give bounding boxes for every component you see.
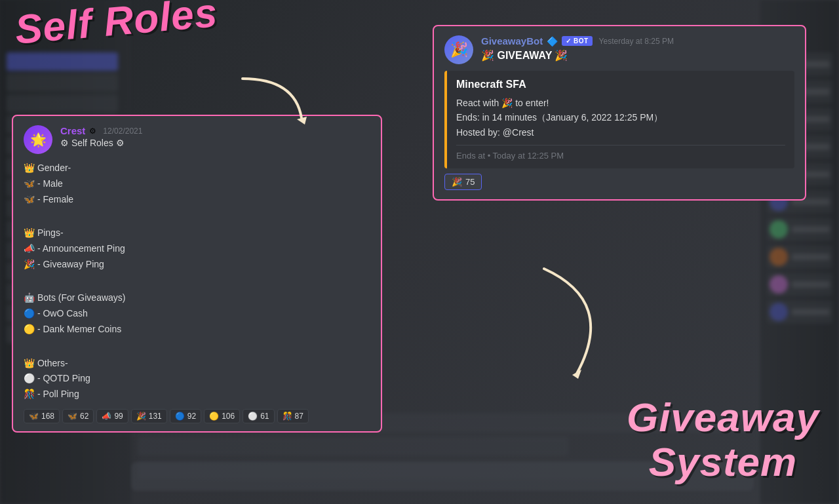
card-user-info: Crest ⚙ 12/02/2021 ⚙ Self Roles ⚙: [60, 125, 370, 148]
reaction-emoji: 🟡: [209, 412, 219, 421]
card-section-gender: 👑 Gender- 🦋 - Male 🦋 - Female: [24, 161, 370, 207]
card-line: 👑 Others-: [24, 356, 370, 372]
giveawaybot-avatar: 🎉: [444, 35, 473, 64]
card-line: 📣 - Announcement Ping: [24, 241, 370, 257]
reaction-butterfly-female[interactable]: 🦋 62: [62, 409, 94, 423]
giveaway-user-info: GiveawayBot 🔷 ✓ BOT Yesterday at 8:25 PM…: [481, 35, 794, 62]
bot-verified-icon: 🔷: [547, 36, 558, 47]
card-header: 🌟 Crest ⚙ 12/02/2021 ⚙ Self Roles ⚙: [24, 125, 370, 154]
card-line: 🦋 - Male: [24, 176, 370, 192]
reaction-count: 168: [41, 412, 54, 421]
verified-icon: ⚙: [89, 126, 96, 136]
reaction-count: 106: [222, 412, 235, 421]
self-roles-title: Self Roles: [13, 0, 220, 53]
embed-line-enter: React with 🎉 to enter!: [456, 96, 785, 110]
card-title-row: ⚙ Self Roles ⚙: [60, 138, 370, 148]
reaction-butterfly-male[interactable]: 🦋 168: [24, 409, 60, 423]
reaction-emoji: 🎊: [283, 412, 292, 421]
card-line: 🎉 - Giveaway Ping: [24, 257, 370, 273]
card-timestamp: 12/02/2021: [103, 126, 142, 136]
arrow-giveaway-system: [511, 262, 616, 383]
reaction-count: 61: [260, 412, 269, 421]
reaction-count: 99: [114, 412, 123, 421]
reaction-emoji: 🦋: [29, 412, 39, 421]
giveaway-timestamp: Yesterday at 8:25 PM: [599, 37, 674, 46]
giveaway-title-row: 🎉 GIVEAWAY 🎉: [481, 49, 794, 62]
giveaway-title: 🎉 GIVEAWAY 🎉: [481, 50, 568, 61]
arrow-self-roles: [236, 72, 315, 127]
card-username-row: Crest ⚙ 12/02/2021: [60, 125, 370, 136]
card-line: 🤖 Bots (For Giveaways): [24, 290, 370, 306]
avatar-emoji: 🌟: [30, 132, 47, 147]
reaction-owo[interactable]: 🔵 92: [170, 409, 201, 423]
embed-line-hosted: Hosted by: @Crest: [456, 125, 785, 140]
card-section-others: 👑 Others- ⚪ - QOTD Ping 🎊 - Poll Ping: [24, 356, 370, 402]
card-reactions: 🦋 168 🦋 62 📣 99 🎉 131 🔵 92 🟡 106: [24, 409, 370, 423]
card-section-pings: 👑 Pings- 📣 - Announcement Ping 🎉 - Givea…: [24, 225, 370, 272]
card-line: 👑 Gender-: [24, 161, 370, 176]
reaction-count: 131: [149, 412, 162, 421]
main-content: Self Roles 🌟 Crest ⚙ 12/02/2021 ⚙ Self R…: [0, 0, 839, 504]
crest-avatar: 🌟: [24, 125, 52, 154]
giveaway-username-row: GiveawayBot 🔷 ✓ BOT Yesterday at 8:25 PM: [481, 35, 794, 47]
reaction-count: 62: [80, 412, 88, 421]
reaction-giveaway[interactable]: 🎉 131: [131, 409, 167, 423]
card-self-roles-label: ⚙ Self Roles ⚙: [60, 138, 125, 148]
card-line: 🦋 - Female: [24, 192, 370, 208]
reaction-dank[interactable]: 🟡 106: [204, 409, 240, 423]
embed-divider: [456, 145, 785, 145]
giveaway-system-title: Giveaway System: [627, 395, 819, 484]
reaction-qotd[interactable]: ⚪ 61: [243, 409, 274, 423]
reaction-emoji: 🦋: [68, 412, 77, 421]
reaction-count: 87: [295, 412, 303, 421]
giveaway-card-header: 🎉 GiveawayBot 🔷 ✓ BOT Yesterday at 8:25 …: [444, 35, 794, 64]
reaction-poll[interactable]: 🎊 87: [277, 409, 309, 423]
embed-prize: Minecraft SFA: [456, 79, 785, 90]
card-line: ⚪ - QOTD Ping: [24, 371, 370, 387]
giveaway-reaction-count: 75: [465, 177, 475, 187]
card-line: 🔵 - OwO Cash: [24, 306, 370, 322]
card-line: 👑 Pings-: [24, 225, 370, 241]
giveaway-reaction-emoji: 🎉: [452, 177, 462, 187]
embed-line-ends: Ends: in 14 minutes（January 6, 2022 12:2…: [456, 110, 785, 125]
card-section-bots: 🤖 Bots (For Giveaways) 🔵 - OwO Cash 🟡 - …: [24, 290, 370, 337]
self-roles-card: 🌟 Crest ⚙ 12/02/2021 ⚙ Self Roles ⚙ 👑 Ge…: [12, 115, 382, 433]
giveaway-username: GiveawayBot: [481, 35, 543, 47]
card-body: 👑 Gender- 🦋 - Male 🦋 - Female 👑 Pings- 📣…: [24, 161, 370, 402]
bot-badge: ✓ BOT: [562, 36, 592, 46]
reaction-emoji: ⚪: [248, 412, 258, 421]
card-username: Crest: [60, 125, 85, 136]
card-line: 🎊 - Poll Ping: [24, 387, 370, 402]
giveaway-reactions: 🎉 75: [444, 174, 794, 190]
giveaway-card: 🎉 GiveawayBot 🔷 ✓ BOT Yesterday at 8:25 …: [433, 25, 806, 201]
card-line: 🟡 - Dank Memer Coins: [24, 322, 370, 338]
embed-ends-at: Ends at • Today at 12:25 PM: [456, 151, 785, 161]
reaction-emoji: 📣: [102, 412, 111, 421]
reaction-announcement[interactable]: 📣 99: [96, 409, 128, 423]
reaction-count: 92: [187, 412, 196, 421]
giveaway-reaction-button[interactable]: 🎉 75: [444, 174, 482, 190]
reaction-emoji: 🎉: [136, 412, 146, 421]
reaction-emoji: 🔵: [175, 412, 185, 421]
giveaway-embed: Minecraft SFA React with 🎉 to enter! End…: [444, 71, 794, 168]
